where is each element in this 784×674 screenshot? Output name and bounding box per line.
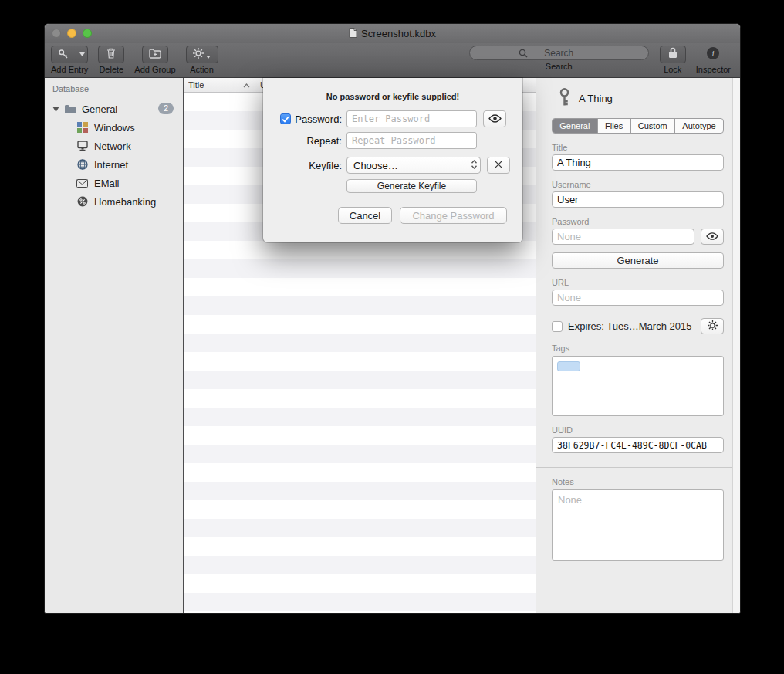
- keyfile-dropdown[interactable]: Choose…: [346, 157, 481, 174]
- stepper-arrows-icon: [471, 159, 478, 172]
- group-sidebar: Database General 2 Windows Network: [45, 78, 184, 613]
- generate-password-button[interactable]: Generate: [552, 252, 724, 269]
- toolbar: Add Entry Delete Add Group Action: [45, 43, 740, 78]
- eye-icon: [706, 231, 718, 242]
- tag-token[interactable]: [557, 361, 580, 371]
- key-plus-icon: [52, 46, 76, 63]
- uuid-label: UUID: [552, 425, 724, 435]
- inspector-scrollbar[interactable]: [732, 78, 740, 613]
- expires-settings-button[interactable]: [701, 318, 724, 334]
- sidebar-item-homebanking[interactable]: Homebanking: [45, 192, 183, 211]
- sidebar-item-general[interactable]: General 2: [45, 100, 183, 118]
- minimize-button[interactable]: [67, 29, 76, 38]
- network-icon: [76, 140, 89, 152]
- window-title-text: Screenshot.kdbx: [361, 28, 436, 39]
- chevron-down-icon: [206, 48, 211, 62]
- generate-keyfile-button[interactable]: Generate Keyfile: [346, 179, 477, 193]
- folder-plus-icon: [149, 48, 161, 62]
- sidebar-header: Database: [45, 83, 183, 100]
- keyfile-label: Keyfile:: [309, 160, 342, 171]
- notes-label: Notes: [552, 477, 724, 486]
- keyfile-row: Keyfile: Choose…: [275, 157, 522, 174]
- traffic-lights: [52, 29, 92, 38]
- password-checkbox[interactable]: [280, 113, 291, 124]
- svg-text:i: i: [712, 49, 715, 58]
- url-field-label: URL: [552, 278, 724, 287]
- app-window: Screenshot.kdbx Add Entry Delete: [44, 23, 741, 614]
- toolbar-item-add-group: Add Group: [134, 46, 175, 74]
- globe-icon: [76, 158, 89, 171]
- add-group-button[interactable]: [142, 46, 168, 63]
- inspector-tabs: General Files Custom Autotype: [552, 118, 724, 134]
- inspector-header: A Thing: [558, 88, 725, 108]
- cancel-button[interactable]: Cancel: [338, 207, 392, 224]
- reveal-password-button[interactable]: [701, 229, 724, 245]
- toolbar-item-delete: Delete: [98, 46, 124, 74]
- divider: [536, 467, 740, 468]
- sort-ascending-icon: [243, 80, 250, 90]
- gear-icon: [708, 320, 718, 333]
- notes-field[interactable]: None: [552, 489, 724, 561]
- tags-field[interactable]: [552, 356, 724, 416]
- password-field-label: Password: [552, 217, 724, 226]
- close-button[interactable]: [52, 29, 61, 38]
- sheet-actions: Cancel Change Password: [263, 207, 507, 224]
- delete-button[interactable]: [98, 46, 124, 63]
- sidebar-item-windows[interactable]: Windows: [45, 118, 183, 137]
- sidebar-item-label: Network: [94, 141, 131, 152]
- inspector-panel: A Thing General Files Custom Autotype Ti…: [536, 78, 740, 613]
- sidebar-item-label: Homebanking: [94, 196, 156, 208]
- lock-label: Lock: [664, 65, 681, 74]
- change-password-button[interactable]: Change Password: [400, 207, 507, 224]
- column-header-title[interactable]: Title: [184, 78, 255, 92]
- add-entry-button[interactable]: [51, 46, 88, 63]
- zoom-button[interactable]: [83, 29, 92, 38]
- windows-icon: [76, 121, 89, 134]
- lock-button[interactable]: [660, 46, 686, 63]
- search-label: Search: [546, 62, 573, 71]
- uuid-field[interactable]: [552, 437, 724, 453]
- tab-autotype[interactable]: Autotype: [675, 119, 723, 133]
- tab-custom[interactable]: Custom: [631, 119, 675, 133]
- change-password-sheet: No password or keyfile supplied! Passwor…: [263, 78, 522, 242]
- toolbar-item-search: Search: [469, 46, 649, 71]
- gear-icon: [193, 48, 204, 62]
- action-button[interactable]: [186, 46, 218, 63]
- eye-icon: [488, 112, 502, 126]
- password-label: Password:: [295, 113, 342, 125]
- sidebar-item-email[interactable]: EMail: [45, 174, 183, 192]
- search-field[interactable]: [469, 46, 649, 60]
- expires-checkbox[interactable]: [552, 321, 563, 332]
- password-field[interactable]: [552, 229, 694, 245]
- username-field-label: Username: [552, 180, 724, 189]
- tab-files[interactable]: Files: [598, 119, 631, 133]
- column-title-label: Title: [188, 80, 204, 90]
- url-field[interactable]: [552, 290, 724, 306]
- add-entry-dropdown-arrow[interactable]: [76, 46, 87, 63]
- new-password-input[interactable]: [346, 110, 477, 127]
- entry-count-badge: 2: [158, 103, 174, 114]
- title-field[interactable]: [552, 154, 724, 171]
- inspector-toggle-button[interactable]: i: [706, 46, 720, 63]
- sidebar-item-label: EMail: [94, 178, 120, 189]
- username-field[interactable]: [552, 191, 724, 208]
- add-entry-label: Add Entry: [51, 65, 88, 74]
- clear-keyfile-button[interactable]: [487, 157, 510, 174]
- sidebar-item-label: General: [82, 103, 117, 115]
- sidebar-item-internet[interactable]: Internet: [45, 155, 183, 174]
- folder-icon: [63, 103, 76, 115]
- inspector-label: Inspector: [696, 65, 731, 74]
- sidebar-item-network[interactable]: Network: [45, 137, 183, 155]
- toolbar-item-inspector: i Inspector: [696, 46, 731, 74]
- tab-general[interactable]: General: [553, 119, 598, 133]
- title-bar[interactable]: Screenshot.kdbx: [45, 24, 740, 43]
- action-label: Action: [190, 65, 214, 74]
- reveal-password-button[interactable]: [483, 110, 506, 127]
- repeat-password-input[interactable]: [346, 132, 477, 149]
- repeat-row: Repeat:: [275, 132, 522, 149]
- key-icon: [558, 87, 571, 110]
- trash-icon: [106, 48, 116, 62]
- toolbar-item-add-entry: Add Entry: [51, 46, 88, 74]
- disclosure-triangle-icon[interactable]: [52, 107, 63, 112]
- repeat-label: Repeat:: [306, 135, 342, 147]
